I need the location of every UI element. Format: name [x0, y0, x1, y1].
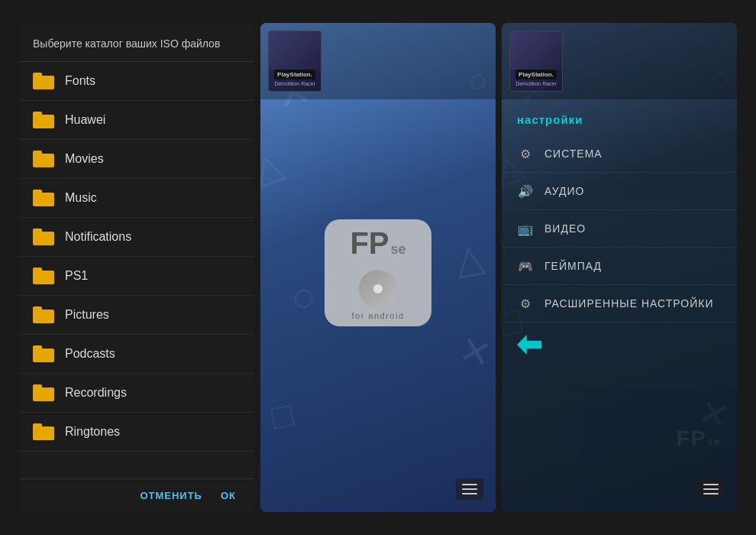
settings-item-gamepad[interactable]: 🎮 ГЕЙМПАД	[502, 248, 737, 285]
folder-icon	[33, 268, 54, 284]
dialog-footer: ОТМЕНИТЬ ОК	[19, 478, 254, 512]
back-arrow-icon	[517, 335, 541, 355]
menu-line-3	[703, 493, 719, 494]
fpse-text: FP se	[350, 226, 405, 265]
folder-item[interactable]: Music	[19, 179, 254, 218]
folder-name: Movies	[65, 152, 104, 166]
menu-line-1	[462, 484, 477, 485]
game-subtitle: Demolition Racer	[274, 81, 315, 86]
folder-icon	[33, 229, 54, 245]
folder-icon	[33, 151, 54, 167]
folder-icon	[33, 423, 54, 440]
audio-icon: 🔊	[517, 183, 534, 199]
back-button[interactable]	[502, 323, 737, 367]
settings-item-label: АУДИО	[544, 185, 584, 197]
playstation-logo: PlayStation.	[274, 70, 315, 79]
settings-menu: ⚙ СИСТЕМА 🔊 АУДИО 📺 ВИДЕО 🎮 ГЕЙМПАД ⚙ РА…	[502, 135, 737, 323]
game-launcher-panel: ✕ ○ △ ✕ □ ○ △ PlayStation. Demolition Ra…	[260, 23, 496, 512]
game-header: PlayStation. Demolition Racer	[260, 23, 496, 99]
folder-name: Pictures	[65, 308, 109, 322]
settings-item-label: ВИДЕО	[544, 222, 586, 235]
gamepad-icon: 🎮	[517, 258, 534, 274]
folder-item[interactable]: Podcasts	[19, 335, 254, 374]
folder-name: Recordings	[65, 386, 127, 400]
menu-line-1	[703, 484, 719, 485]
settings-heading: настройки	[502, 107, 737, 135]
menu-line-2	[462, 488, 477, 490]
file-browser-title: Выберите каталог ваших ISO файлов	[33, 37, 220, 50]
settings-game-header: PlayStation. Demolition Racer	[502, 23, 737, 99]
folder-name: Ringtones	[65, 425, 120, 439]
folder-item[interactable]: Pictures	[19, 296, 254, 335]
settings-game-cover: PlayStation. Demolition Racer	[509, 31, 563, 92]
menu-button[interactable]	[456, 478, 483, 500]
fpse-logo: FP se for android	[325, 219, 431, 326]
settings-item-advanced[interactable]: ⚙ РАСШИРЕННЫЕ НАСТРОЙКИ	[502, 285, 737, 323]
fpse-for-android-label: for android	[351, 311, 404, 320]
folder-name: Music	[65, 191, 97, 205]
settings-item-system[interactable]: ⚙ СИСТЕМА	[502, 135, 737, 173]
video-icon: 📺	[517, 220, 534, 237]
folder-name: Fonts	[65, 74, 95, 88]
folder-name: Huawei	[65, 113, 105, 127]
advanced-icon: ⚙	[517, 295, 534, 312]
folder-item[interactable]: Huawei	[19, 101, 254, 140]
folder-icon	[33, 306, 54, 323]
settings-item-audio[interactable]: 🔊 АУДИО	[502, 173, 737, 210]
settings-menu-button[interactable]	[697, 478, 725, 500]
settings-content: настройки ⚙ СИСТЕМА 🔊 АУДИО 📺 ВИДЕО 🎮 ГЕ…	[502, 99, 737, 512]
settings-item-label: РАСШИРЕННЫЕ НАСТРОЙКИ	[544, 297, 714, 310]
folder-item[interactable]: Notifications	[19, 218, 254, 257]
settings-item-video[interactable]: 📺 ВИДЕО	[502, 210, 737, 248]
ok-button[interactable]: ОК	[221, 490, 236, 501]
folder-name: Podcasts	[65, 347, 115, 361]
game-cover-image	[269, 31, 321, 70]
folder-item[interactable]: Fonts	[19, 62, 254, 101]
folder-icon	[33, 112, 54, 128]
settings-playstation-logo: PlayStation.	[515, 70, 557, 79]
folder-icon	[33, 384, 54, 401]
settings-game-cover-image	[510, 31, 562, 70]
fpse-disc-icon	[359, 270, 397, 308]
folder-item[interactable]: Ringtones	[19, 413, 254, 452]
menu-line-3	[462, 493, 477, 494]
fpse-fp-letters: FP	[350, 226, 389, 261]
system-icon: ⚙	[517, 145, 534, 162]
folder-item[interactable]: PS1	[19, 257, 254, 296]
folder-list: Fonts Huawei Movies Music Notifications …	[19, 62, 254, 478]
settings-game-subtitle: Demolition Racer	[515, 81, 557, 86]
fpse-se-letters: se	[391, 242, 406, 258]
folder-name: Notifications	[65, 230, 131, 244]
menu-line-2	[703, 488, 719, 490]
folder-icon	[33, 345, 54, 362]
file-browser-header: Выберите каталог ваших ISO файлов	[19, 23, 254, 62]
folder-item[interactable]: Movies	[19, 140, 254, 179]
cancel-button[interactable]: ОТМЕНИТЬ	[140, 490, 202, 501]
folder-icon	[33, 190, 54, 206]
folder-icon	[33, 73, 54, 89]
game-cover-art: PlayStation. Demolition Racer	[268, 31, 321, 92]
file-browser-panel: Выберите каталог ваших ISO файлов Fonts …	[19, 23, 254, 512]
settings-item-label: ГЕЙМПАД	[544, 260, 602, 272]
folder-name: PS1	[65, 269, 88, 283]
settings-item-label: СИСТЕМА	[544, 148, 603, 160]
folder-item[interactable]: Recordings	[19, 374, 254, 413]
settings-panel: ✕ ○ △ ✕ □ FPse PlayStation. Demolition R…	[502, 23, 737, 512]
